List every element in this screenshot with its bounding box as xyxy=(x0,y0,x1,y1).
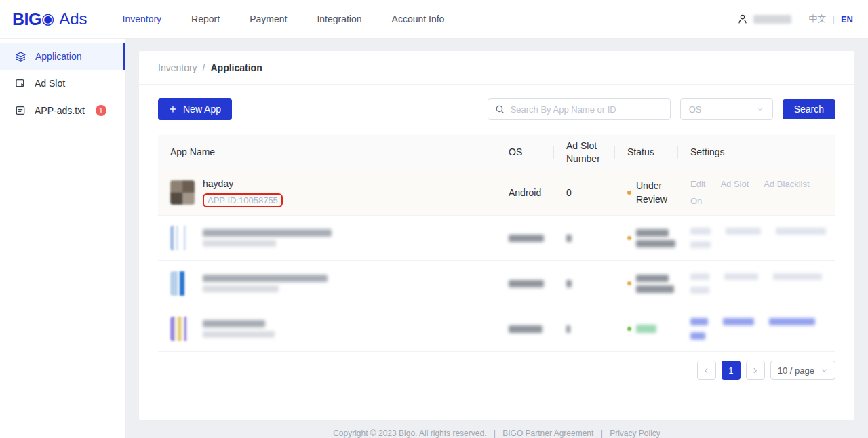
breadcrumb-application: Application xyxy=(210,62,262,73)
os-select-value: OS xyxy=(689,104,702,115)
header-os: OS xyxy=(496,135,554,170)
search-input[interactable] xyxy=(509,104,663,115)
redacted-status xyxy=(636,229,669,237)
main-content: Inventory / Application New App xyxy=(125,39,868,438)
search-button[interactable]: Search xyxy=(783,99,835,119)
breadcrumb-separator: / xyxy=(203,62,205,73)
redacted-slot-number xyxy=(566,325,570,333)
sidebar-item-ad-slot[interactable]: Ad Slot xyxy=(0,70,125,97)
bigo-ads-logo[interactable]: BIG ◉ Ads xyxy=(12,9,87,29)
redacted-link xyxy=(769,318,815,325)
prev-page-button[interactable] xyxy=(697,361,716,380)
next-page-button[interactable] xyxy=(746,361,765,380)
copyright-text: Copyright © 2023 Bigo. All rights reserv… xyxy=(333,429,486,438)
edit-link[interactable]: Edit xyxy=(690,179,705,189)
on-toggle-link[interactable]: On xyxy=(690,196,702,206)
redacted-os xyxy=(509,325,542,333)
pagination: 1 10 / page xyxy=(158,361,835,380)
page-size-value: 10 / page xyxy=(778,365,814,376)
breadcrumb-inventory[interactable]: Inventory xyxy=(158,62,197,73)
page-size-select[interactable]: 10 / page xyxy=(770,361,835,380)
redacted-link xyxy=(690,241,711,248)
status-cell: Under Review xyxy=(615,179,678,206)
table-row-hayday: hayday APP ID:10058755 Android 0 Under R… xyxy=(158,170,835,216)
sidebar-item-app-ads-txt[interactable]: APP-ads.txt 1 xyxy=(0,97,125,124)
sidebar-item-application[interactable]: Application xyxy=(0,43,125,70)
bigo-ads-dashboard: BIG ◉ Ads Inventory Report Payment Integ… xyxy=(0,0,868,438)
table-header: App Name OS Ad Slot Number Status Settin… xyxy=(158,135,835,170)
redacted-app-id xyxy=(203,331,275,338)
lang-chinese[interactable]: 中文 xyxy=(809,13,827,25)
ad-blacklist-link[interactable]: Ad Blacklist xyxy=(764,179,809,189)
header-app-name: App Name xyxy=(158,135,496,170)
plus-icon xyxy=(169,105,177,113)
application-card: Inventory / Application New App xyxy=(139,51,854,420)
search-box xyxy=(488,98,671,120)
new-app-label: New App xyxy=(183,104,221,115)
redacted-link xyxy=(690,287,709,294)
header-ad-slot-number: Ad Slot Number xyxy=(554,135,615,170)
redacted-slot-number xyxy=(566,235,572,242)
top-bar: BIG ◉ Ads Inventory Report Payment Integ… xyxy=(0,0,868,39)
redacted-status xyxy=(636,285,674,293)
redacted-link xyxy=(690,228,711,235)
nav-integration[interactable]: Integration xyxy=(317,14,361,24)
ad-slot-link[interactable]: Ad Slot xyxy=(720,179,749,189)
app-id-highlighted: APP ID:10058755 xyxy=(203,193,283,207)
app-name: hayday xyxy=(203,178,283,189)
ad-slot-icon xyxy=(15,78,26,89)
chevron-down-icon xyxy=(821,367,828,374)
redacted-link xyxy=(690,273,709,280)
logo-text-ads: Ads xyxy=(59,9,87,28)
new-app-button[interactable]: New App xyxy=(158,98,232,120)
nav-payment[interactable]: Payment xyxy=(250,14,287,24)
app-cell: hayday APP ID:10058755 xyxy=(158,178,496,207)
app-icon-redacted xyxy=(170,226,195,250)
nav-report[interactable]: Report xyxy=(191,14,220,24)
page-footer: Copyright © 2023 Bigo. All rights reserv… xyxy=(125,429,868,438)
toolbar-right: OS Search xyxy=(488,98,835,120)
redacted-app-id xyxy=(203,240,276,247)
language-switcher: 中文 | EN xyxy=(809,13,853,25)
app-icon-redacted xyxy=(170,271,195,296)
redacted-status xyxy=(636,240,675,247)
redacted-link xyxy=(690,318,708,325)
sidebar-label: APP-ads.txt xyxy=(35,105,85,116)
app-icon-redacted xyxy=(170,317,195,341)
logo-text-big: BIG xyxy=(12,9,41,29)
page-number-current[interactable]: 1 xyxy=(722,361,741,380)
table-row-redacted xyxy=(158,261,835,306)
nav-account-info[interactable]: Account Info xyxy=(392,14,445,24)
footer-divider: | xyxy=(601,429,603,438)
redacted-status xyxy=(636,275,669,282)
redacted-status xyxy=(636,325,656,333)
redacted-link xyxy=(726,228,761,235)
redacted-link xyxy=(776,228,826,235)
partner-agreement-link[interactable]: BIGO Partner Agreement xyxy=(502,429,593,438)
nav-inventory[interactable]: Inventory xyxy=(123,14,162,24)
header-settings: Settings xyxy=(678,135,835,170)
os-select[interactable]: OS xyxy=(680,98,773,120)
redacted-app-name xyxy=(203,275,328,282)
footer-divider: | xyxy=(494,429,496,438)
privacy-policy-link[interactable]: Privacy Policy xyxy=(610,429,660,438)
status-dot-approved xyxy=(627,327,631,331)
topbar-right: 中文 | EN xyxy=(737,13,853,25)
applications-table: App Name OS Ad Slot Number Status Settin… xyxy=(158,135,835,352)
lang-divider: | xyxy=(833,14,835,24)
body: Application Ad Slot APP-ads.txt 1 Invent xyxy=(0,39,868,438)
search-icon xyxy=(495,104,505,114)
redacted-link xyxy=(690,332,705,340)
sidebar: Application Ad Slot APP-ads.txt 1 xyxy=(0,39,125,438)
username-redacted[interactable] xyxy=(753,15,791,24)
lang-english[interactable]: EN xyxy=(841,14,853,24)
redacted-app-id xyxy=(203,285,279,292)
table-row-redacted xyxy=(158,306,835,352)
status-dot-under-review xyxy=(627,191,631,195)
redacted-os xyxy=(509,280,544,287)
sidebar-label: Application xyxy=(35,51,82,62)
header-status: Status xyxy=(615,135,678,170)
status-dot-under-review xyxy=(627,281,631,285)
notification-badge: 1 xyxy=(96,105,106,116)
ad-slot-number-value: 0 xyxy=(566,187,572,198)
